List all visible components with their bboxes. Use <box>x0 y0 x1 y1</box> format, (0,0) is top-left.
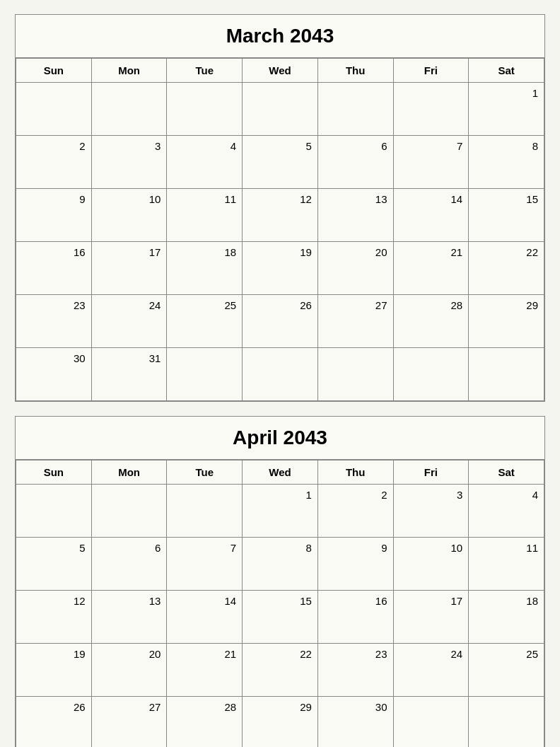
table-row: 6 <box>317 136 393 189</box>
table-row: 1 <box>469 83 544 136</box>
table-row: 20 <box>317 242 393 295</box>
table-row <box>167 348 243 401</box>
table-row: 1 2 3 4 <box>16 485 544 538</box>
table-row: 14 <box>167 591 243 644</box>
table-row: 24 <box>393 644 469 697</box>
table-row: 23 <box>16 295 92 348</box>
april-grid: Sun Mon Tue Wed Thu Fri Sat 1 2 3 4 <box>16 460 544 747</box>
table-row: 4 <box>469 485 544 538</box>
table-row: 30 <box>317 697 393 748</box>
table-row: 10 <box>91 189 167 242</box>
march-calendar: March 2043 Sun Mon Tue Wed Thu Fri Sat <box>15 14 545 402</box>
table-row: 13 <box>317 189 393 242</box>
table-row: 22 <box>469 242 544 295</box>
table-row: 10 <box>393 538 469 591</box>
table-row: 14 <box>393 189 469 242</box>
dow-wed-april: Wed <box>243 461 318 485</box>
table-row: 19 20 21 22 23 24 25 <box>16 644 544 697</box>
table-row: 7 <box>393 136 469 189</box>
table-row: 5 6 7 8 9 10 11 <box>16 538 544 591</box>
dow-mon-march: Mon <box>91 59 167 83</box>
table-row: 22 <box>243 644 318 697</box>
dow-tue-march: Tue <box>167 59 243 83</box>
april-calendar: April 2043 Sun Mon Tue Wed Thu Fri Sat <box>15 416 545 747</box>
table-row: 25 <box>167 295 243 348</box>
table-row <box>469 697 544 748</box>
table-row: 15 <box>243 591 318 644</box>
table-row: 16 17 18 19 20 21 22 <box>16 242 544 295</box>
dow-mon-april: Mon <box>91 461 167 485</box>
table-row: 7 <box>167 538 243 591</box>
table-row: 1 <box>16 83 544 136</box>
table-row: 1 <box>243 485 318 538</box>
table-row: 2 3 4 5 6 7 8 <box>16 136 544 189</box>
march-grid: Sun Mon Tue Wed Thu Fri Sat 1 <box>16 58 544 401</box>
table-row: 13 <box>91 591 167 644</box>
table-row: 5 <box>243 136 318 189</box>
dow-sat-april: Sat <box>469 461 544 485</box>
table-row <box>167 485 243 538</box>
table-row: 16 <box>317 591 393 644</box>
table-row <box>469 348 544 401</box>
table-row: 6 <box>91 538 167 591</box>
table-row: 9 <box>16 189 92 242</box>
calendars-container: March 2043 Sun Mon Tue Wed Thu Fri Sat <box>15 14 545 747</box>
table-row: 19 <box>243 242 318 295</box>
table-row <box>16 83 92 136</box>
table-row: 26 27 28 29 30 <box>16 697 544 748</box>
table-row: 20 <box>91 644 167 697</box>
table-row <box>91 485 167 538</box>
table-row: 31 <box>91 348 167 401</box>
table-row <box>16 485 92 538</box>
table-row: 12 <box>243 189 318 242</box>
table-row: 27 <box>91 697 167 748</box>
table-row: 18 <box>167 242 243 295</box>
table-row <box>91 83 167 136</box>
table-row: 9 <box>317 538 393 591</box>
dow-thu-april: Thu <box>317 461 393 485</box>
table-row: 27 <box>317 295 393 348</box>
table-row <box>393 348 469 401</box>
table-row: 19 <box>16 644 92 697</box>
table-row: 24 <box>91 295 167 348</box>
table-row: 28 <box>167 697 243 748</box>
table-row: 23 <box>317 644 393 697</box>
dow-fri-april: Fri <box>393 461 469 485</box>
table-row: 25 <box>469 644 544 697</box>
table-row: 17 <box>91 242 167 295</box>
table-row <box>317 348 393 401</box>
table-row <box>317 83 393 136</box>
table-row: 5 <box>16 538 92 591</box>
table-row: 30 <box>16 348 92 401</box>
april-title: April 2043 <box>16 417 544 460</box>
table-row: 3 <box>393 485 469 538</box>
table-row: 29 <box>469 295 544 348</box>
table-row: 16 <box>16 242 92 295</box>
march-title: March 2043 <box>16 15 544 58</box>
table-row: 29 <box>243 697 318 748</box>
table-row: 30 31 <box>16 348 544 401</box>
dow-sun-april: Sun <box>16 461 92 485</box>
table-row: 8 <box>243 538 318 591</box>
table-row <box>393 697 469 748</box>
dow-wed-march: Wed <box>243 59 318 83</box>
dow-tue-april: Tue <box>167 461 243 485</box>
table-row: 9 10 11 12 13 14 15 <box>16 189 544 242</box>
table-row: 12 13 14 15 16 17 18 <box>16 591 544 644</box>
table-row: 23 24 25 26 27 28 29 <box>16 295 544 348</box>
table-row: 3 <box>91 136 167 189</box>
dow-thu-march: Thu <box>317 59 393 83</box>
dow-sun-march: Sun <box>16 59 92 83</box>
table-row: 26 <box>16 697 92 748</box>
table-row: 12 <box>16 591 92 644</box>
table-row <box>167 83 243 136</box>
dow-fri-march: Fri <box>393 59 469 83</box>
table-row: 2 <box>16 136 92 189</box>
table-row: 8 <box>469 136 544 189</box>
table-row <box>393 83 469 136</box>
table-row <box>243 83 318 136</box>
dow-sat-march: Sat <box>469 59 544 83</box>
table-row: 11 <box>469 538 544 591</box>
table-row: 26 <box>243 295 318 348</box>
table-row: 18 <box>469 591 544 644</box>
